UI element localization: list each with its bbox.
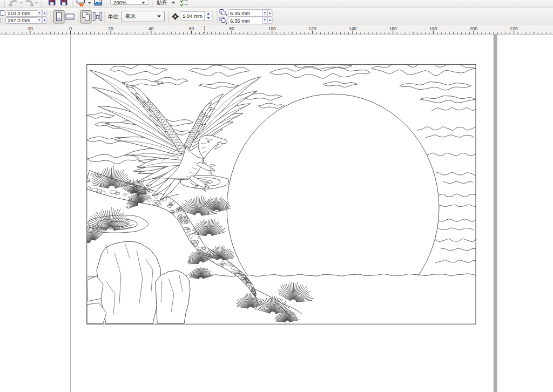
svg-text:160: 160 (389, 26, 397, 31)
svg-text:20: 20 (28, 26, 33, 31)
svg-text:x: x (225, 13, 228, 17)
svg-text:80: 80 (229, 26, 234, 31)
svg-text:120: 120 (308, 26, 316, 31)
svg-text:0: 0 (69, 26, 72, 31)
svg-text:60: 60 (189, 26, 194, 31)
svg-text:40: 40 (149, 26, 154, 31)
svg-text:20: 20 (108, 26, 113, 31)
svg-text:140: 140 (349, 26, 356, 31)
svg-text:180: 180 (429, 26, 437, 31)
svg-text:200: 200 (470, 26, 477, 31)
svg-text:y: y (225, 21, 228, 25)
svg-text:100: 100 (268, 26, 276, 31)
svg-text:220: 220 (510, 26, 518, 31)
